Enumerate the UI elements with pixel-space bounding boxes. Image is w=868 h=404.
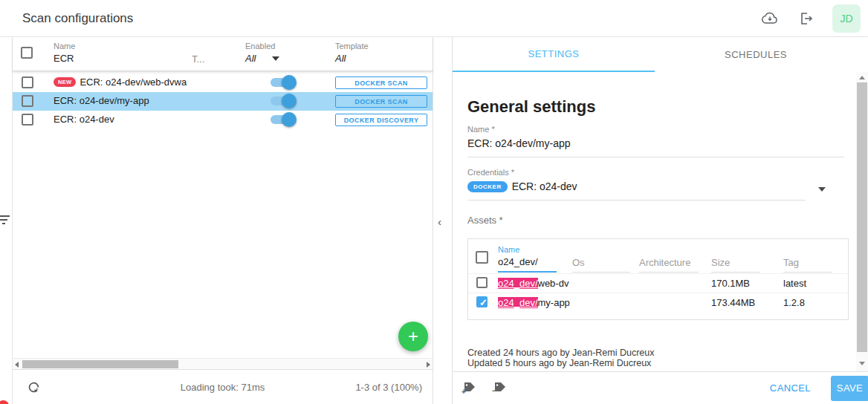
scan-config-list-panel: Name ECR T... Enabled All Template All [13, 37, 433, 404]
row-checkbox[interactable] [22, 114, 33, 126]
name-field[interactable]: Name * ECR: o24-dev/my-app [467, 125, 844, 157]
template-button[interactable]: DOCKER SCAN [335, 76, 427, 89]
detail-tabs: SETTINGS SCHEDULES [453, 37, 868, 72]
credentials-field[interactable]: Credentials * DOCKERECR: o24-dev [467, 168, 806, 201]
assets-select-all-checkbox[interactable] [476, 251, 488, 264]
section-heading: General settings [467, 97, 595, 117]
template-button[interactable]: DOCKER SCAN [335, 95, 427, 108]
asset-row[interactable]: o24_dev/my-app 173.44MB 1.2.8 [468, 293, 848, 312]
table-row-selected[interactable]: ECR: o24-dev/my-app DOCKER SCAN [13, 92, 433, 111]
scroll-left-icon[interactable] [15, 362, 19, 368]
svg-text:−: − [492, 386, 496, 394]
scrollbar-thumb[interactable] [22, 360, 178, 368]
tab-settings[interactable]: SETTINGS [453, 37, 655, 72]
list-footer: Loading took: 71ms 1-3 of 3 (100%) [13, 369, 433, 404]
row-checkbox[interactable] [22, 95, 33, 107]
template-filter-select[interactable]: All [335, 53, 369, 64]
assets-name-column-label: Name [498, 245, 557, 254]
scan-config-name: ECR: o24-dev/web-dvwa [80, 76, 187, 88]
list-filter-header: Name ECR T... Enabled All Template All [13, 37, 433, 71]
architecture-filter-input[interactable]: Architecture [639, 257, 699, 273]
add-scan-config-button[interactable]: + [398, 322, 428, 351]
search-highlight: o24_dev/ [498, 297, 538, 308]
table-row[interactable]: ECR: o24-dev DOCKER DISCOVERY [13, 111, 433, 129]
scrollbar-thumb[interactable] [857, 82, 867, 352]
created-text: Created 24 hours ago by Jean-Remi Ducreu… [467, 348, 655, 358]
app-window: Scan configurations JD 1 [0, 0, 868, 404]
new-badge: NEW [54, 77, 76, 87]
asset-tag: 1.2.8 [783, 297, 805, 308]
filter-gutter: 1 [0, 37, 13, 404]
enabled-toggle[interactable] [271, 97, 293, 105]
credentials-value: ECR: o24-dev [512, 180, 577, 192]
logout-icon[interactable] [797, 10, 814, 27]
enabled-column-label: Enabled [245, 42, 279, 50]
tag-filter-input[interactable]: Tag [783, 257, 832, 273]
asset-checkbox[interactable] [476, 277, 488, 288]
select-all-checkbox[interactable] [21, 47, 33, 59]
docker-badge: DOCKER [467, 181, 508, 192]
asset-row[interactable]: o24_dev/web-dv 170.1MB latest [468, 273, 848, 293]
assets-name-filter-input[interactable]: o24_dev/ [498, 256, 557, 273]
enabled-toggle[interactable] [271, 78, 293, 87]
chevron-down-icon[interactable] [818, 187, 826, 192]
cloud-download-icon[interactable] [761, 10, 779, 27]
template-column-label: Template [335, 42, 369, 50]
asset-name: my-app [538, 297, 570, 308]
svg-text:+: + [461, 388, 466, 394]
scroll-up-icon[interactable] [859, 76, 865, 79]
name-field-value[interactable]: ECR: o24-dev/my-app [467, 137, 844, 157]
template-button[interactable]: DOCKER DISCOVERY [335, 114, 427, 126]
table-row[interactable]: NEWECR: o24-dev/web-dvwa DOCKER SCAN [13, 74, 433, 92]
chevron-down-icon [272, 56, 279, 61]
asset-name: web-dv [538, 278, 569, 289]
asset-tag: latest [783, 278, 806, 289]
assets-table: Name o24_dev/ Os Architecture Size Tag o… [467, 238, 849, 320]
name-field-label: Name * [467, 125, 844, 134]
assets-section-label: Assets * [467, 215, 503, 226]
asset-size: 173.44MB [711, 297, 755, 308]
os-filter-input[interactable]: Os [572, 257, 630, 273]
vertical-scrollbar[interactable] [856, 72, 868, 371]
updated-text: Updated 5 hours ago by Jean-Remi Ducreux [467, 358, 655, 368]
size-filter-input[interactable]: Size [711, 257, 760, 273]
detail-panel: SETTINGS SCHEDULES General settings Name… [452, 37, 868, 404]
enabled-toggle[interactable] [271, 115, 293, 124]
assets-filter-header: Name o24_dev/ Os Architecture Size Tag [468, 239, 848, 273]
asset-size: 170.1MB [711, 278, 750, 289]
cancel-button[interactable]: CANCEL [770, 382, 811, 394]
remove-tag-icon[interactable]: − [492, 379, 508, 397]
enabled-filter-select[interactable]: All [245, 53, 279, 64]
save-button[interactable]: SAVE [831, 376, 868, 401]
panel-divider: ‹ [433, 37, 452, 404]
asset-checkbox-checked[interactable] [476, 296, 488, 307]
scan-config-name: ECR: o24-dev/my-app [54, 95, 149, 106]
avatar[interactable]: JD [832, 4, 861, 33]
pagination-range: 1-3 of 3 (100%) [355, 382, 422, 393]
collapse-chevron-icon[interactable]: ‹ [438, 215, 441, 228]
search-highlight: o24_dev/ [498, 278, 538, 289]
add-tag-icon[interactable]: + [461, 379, 477, 397]
credentials-field-label: Credentials * [467, 168, 806, 177]
scroll-down-icon[interactable] [859, 362, 865, 365]
settings-content: General settings Name * ECR: o24-dev/my-… [453, 72, 857, 371]
top-bar: Scan configurations JD [0, 0, 868, 37]
detail-footer: + − CANCEL SAVE [453, 371, 868, 404]
name-column-label: Name [54, 42, 75, 50]
scroll-right-icon[interactable] [427, 362, 430, 368]
filter-count-badge: 1 [0, 400, 9, 404]
scan-config-name: ECR: o24-dev [54, 114, 114, 125]
row-checkbox[interactable] [22, 76, 33, 88]
audit-info: Created 24 hours ago by Jean-Remi Ducreu… [467, 348, 655, 368]
tab-schedules[interactable]: SCHEDULES [655, 37, 857, 72]
horizontal-scrollbar[interactable] [13, 358, 433, 369]
t-column-label: T... [192, 53, 204, 65]
filter-list-icon[interactable]: 1 [0, 214, 13, 236]
name-filter-input[interactable]: ECR [54, 53, 75, 64]
page-title: Scan configurations [22, 11, 133, 26]
